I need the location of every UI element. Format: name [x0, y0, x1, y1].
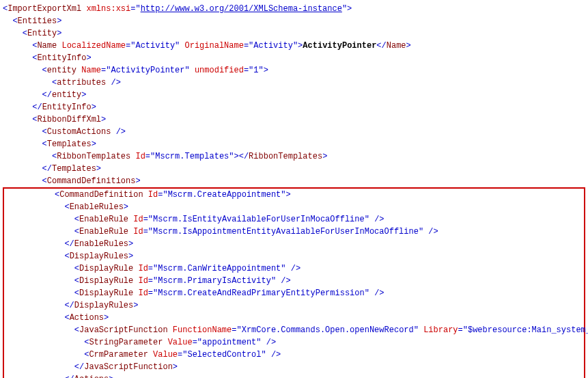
xml-line: <DisplayRule Id="Mscrm.PrimaryIsActivity… — [5, 275, 583, 287]
xml-line: </EntityInfo> — [3, 101, 585, 113]
xml-line: <CommandDefinitions> — [3, 175, 585, 187]
xml-line: </JavaScriptFunction> — [5, 361, 583, 373]
xml-line: <Entities> — [3, 15, 585, 27]
xml-line: <Actions> — [5, 312, 583, 324]
xml-line: </DisplayRules> — [5, 299, 583, 312]
xml-tree: <ImportExportXml xmlns:xsi="http://www.w… — [3, 3, 585, 378]
xml-line: <CommandDefinition Id="Mscrm.CreateAppoi… — [5, 189, 583, 201]
xml-line: <ImportExportXml xmlns:xsi="http://www.w… — [3, 3, 585, 15]
xml-line: <Name LocalizedName="Activity" OriginalN… — [3, 40, 585, 52]
xml-line: <Entity> — [3, 27, 585, 40]
xml-line: </Actions> — [5, 373, 583, 378]
xml-line: <RibbonTemplates Id="Mscrm.Templates"></… — [3, 150, 585, 163]
xml-line: <EnableRule Id="Mscrm.IsAppointmentEntit… — [5, 226, 583, 238]
xml-line: <JavaScriptFunction FunctionName="XrmCor… — [5, 324, 583, 336]
xml-line: <StringParameter Value="appointment" /> — [5, 336, 583, 349]
schema-url[interactable]: http://www.w3.org/2001/XMLSchema-instanc… — [141, 4, 342, 14]
xml-line: <CrmParameter Value="SelectedControl" /> — [5, 349, 583, 361]
highlighted-command-definition: <CommandDefinition Id="Mscrm.CreateAppoi… — [3, 187, 585, 378]
xml-line: <attributes /> — [3, 77, 585, 89]
xml-line: <DisplayRule Id="Mscrm.CreateAndReadPrim… — [5, 287, 583, 299]
xml-line: <EnableRule Id="Mscrm.IsEntityAvailableF… — [5, 213, 583, 226]
xml-line: <EnableRules> — [5, 201, 583, 213]
xml-line: <entity Name="ActivityPointer" unmodifie… — [3, 64, 585, 77]
xml-line: </Templates> — [3, 163, 585, 175]
xml-line: <EntityInfo> — [3, 52, 585, 64]
xml-line: <DisplayRule Id="Mscrm.CanWriteAppointme… — [5, 262, 583, 275]
xml-line: <CustomActions /> — [3, 126, 585, 138]
xml-line: <DisplayRules> — [5, 250, 583, 262]
xml-line: </entity> — [3, 89, 585, 101]
xml-line: <RibbonDiffXml> — [3, 113, 585, 126]
xml-line: </EnableRules> — [5, 238, 583, 250]
xml-line: <Templates> — [3, 138, 585, 150]
